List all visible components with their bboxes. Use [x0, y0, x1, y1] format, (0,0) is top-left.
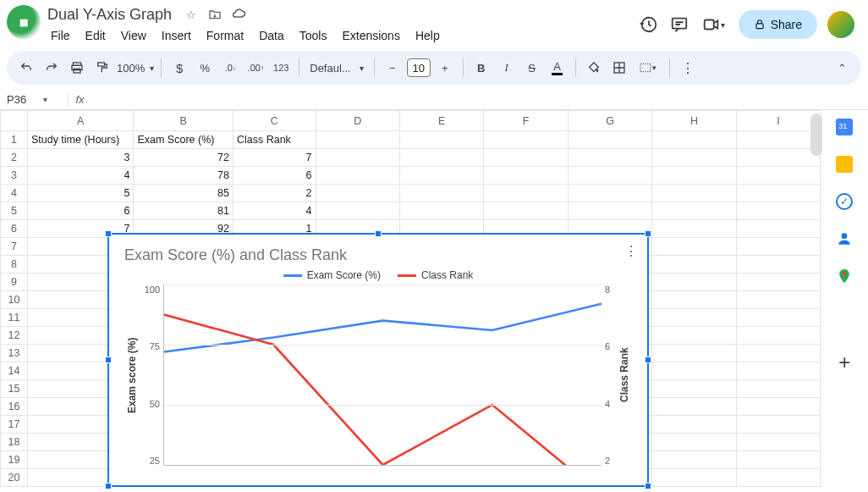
menu-edit[interactable]: Edit: [79, 25, 113, 46]
namebox-dropdown-icon[interactable]: ▾: [43, 95, 47, 104]
col-header[interactable]: G: [568, 111, 651, 131]
paint-format-button[interactable]: [91, 57, 113, 79]
row-header[interactable]: 20: [1, 469, 28, 487]
cell[interactable]: [652, 202, 736, 220]
cell[interactable]: [652, 238, 736, 256]
col-header[interactable]: H: [652, 111, 736, 131]
row-header[interactable]: 11: [1, 309, 28, 327]
cell[interactable]: [568, 185, 651, 202]
menu-file[interactable]: File: [44, 25, 77, 46]
cell[interactable]: [399, 202, 483, 220]
cell[interactable]: [736, 380, 820, 398]
cell[interactable]: [736, 220, 820, 238]
cell[interactable]: Study time (Hours): [27, 131, 134, 149]
menu-view[interactable]: View: [114, 25, 153, 46]
menu-help[interactable]: Help: [409, 25, 447, 46]
fill-color-button[interactable]: [583, 57, 605, 79]
cell[interactable]: [652, 167, 736, 185]
row-header[interactable]: 6: [1, 220, 28, 238]
text-color-button[interactable]: A: [547, 57, 569, 79]
vertical-scrollbar[interactable]: [810, 113, 822, 156]
cell[interactable]: [652, 345, 736, 362]
cell[interactable]: [736, 451, 820, 469]
cell[interactable]: [399, 185, 483, 202]
cell[interactable]: [652, 309, 736, 327]
col-header[interactable]: E: [399, 111, 483, 131]
col-header[interactable]: F: [484, 111, 568, 131]
cell[interactable]: [568, 202, 651, 220]
print-button[interactable]: [66, 57, 88, 79]
name-box[interactable]: P36▾: [0, 93, 68, 106]
doc-title[interactable]: Dual Y-Axis Graph: [44, 5, 175, 25]
menu-tools[interactable]: Tools: [293, 25, 334, 46]
increase-font-button[interactable]: +: [434, 57, 456, 79]
row-header[interactable]: 1: [1, 131, 28, 149]
cell[interactable]: 72: [134, 149, 233, 167]
cell[interactable]: 4: [27, 167, 134, 185]
history-icon[interactable]: [639, 14, 659, 35]
cell[interactable]: 81: [134, 202, 233, 220]
collapse-toolbar-button[interactable]: ⌃: [831, 57, 853, 79]
row-header[interactable]: 4: [1, 185, 28, 202]
cell[interactable]: [736, 327, 820, 345]
percent-button[interactable]: %: [194, 57, 216, 79]
cell[interactable]: [568, 149, 651, 167]
meet-icon[interactable]: ▾: [700, 14, 728, 35]
font-size-input[interactable]: 10: [407, 58, 431, 77]
col-header[interactable]: I: [736, 111, 820, 131]
star-icon[interactable]: ☆: [184, 7, 199, 22]
cell[interactable]: [399, 167, 483, 185]
contacts-icon[interactable]: [836, 230, 853, 247]
row-header[interactable]: 7: [1, 238, 28, 256]
comments-icon[interactable]: [669, 14, 689, 35]
cell[interactable]: [736, 274, 820, 291]
more-formats-button[interactable]: 123: [270, 57, 292, 79]
cell[interactable]: [736, 398, 820, 416]
strikethrough-button[interactable]: S: [521, 57, 543, 79]
chart-menu-icon[interactable]: ⋮: [624, 243, 639, 259]
cell[interactable]: 7: [233, 149, 316, 167]
cell[interactable]: [652, 274, 736, 291]
cell[interactable]: [736, 416, 820, 434]
cell[interactable]: 6: [233, 167, 316, 185]
row-header[interactable]: 18: [1, 434, 28, 451]
row-header[interactable]: 14: [1, 362, 28, 380]
cell[interactable]: 4: [233, 202, 316, 220]
cell[interactable]: [736, 256, 820, 274]
italic-button[interactable]: I: [496, 57, 518, 79]
cell[interactable]: [316, 202, 399, 220]
cell[interactable]: [652, 380, 736, 398]
row-header[interactable]: 16: [1, 398, 28, 416]
cell[interactable]: [736, 469, 820, 487]
font-dropdown[interactable]: Defaul...▾: [306, 57, 366, 79]
cell[interactable]: [652, 291, 736, 309]
decrease-font-button[interactable]: −: [382, 57, 404, 79]
menu-insert[interactable]: Insert: [155, 25, 198, 46]
cell[interactable]: [316, 185, 399, 202]
cell[interactable]: [484, 185, 568, 202]
increase-decimal-button[interactable]: .00↑: [244, 57, 266, 79]
cell[interactable]: 5: [27, 185, 134, 202]
cloud-status-icon[interactable]: [231, 7, 246, 22]
row-header[interactable]: 8: [1, 256, 28, 274]
cell[interactable]: [736, 149, 820, 167]
row-header[interactable]: 2: [1, 149, 28, 167]
cell[interactable]: [484, 149, 568, 167]
cell[interactable]: [652, 256, 736, 274]
col-header[interactable]: B: [134, 111, 233, 131]
cell[interactable]: [736, 131, 820, 149]
cell[interactable]: [652, 416, 736, 434]
cell[interactable]: [736, 434, 820, 451]
row-header[interactable]: 15: [1, 380, 28, 398]
cell[interactable]: [652, 362, 736, 380]
cell[interactable]: 2: [233, 185, 316, 202]
cell[interactable]: [652, 185, 736, 202]
move-icon[interactable]: [207, 7, 222, 22]
bold-button[interactable]: B: [470, 57, 492, 79]
keep-icon[interactable]: [836, 156, 853, 173]
decrease-decimal-button[interactable]: .0↓: [219, 57, 241, 79]
row-header[interactable]: 19: [1, 451, 28, 469]
row-header[interactable]: 13: [1, 345, 28, 362]
cell[interactable]: 85: [134, 185, 233, 202]
cell[interactable]: [736, 309, 820, 327]
